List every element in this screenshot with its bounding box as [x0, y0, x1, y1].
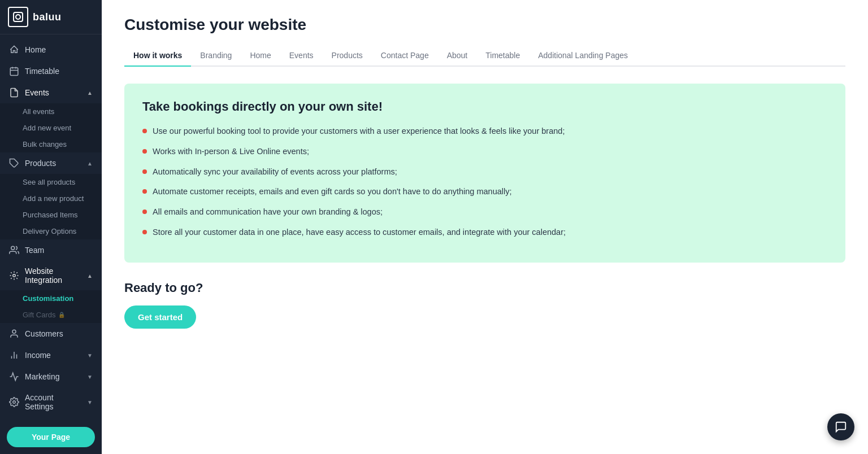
sidebar-item-add-new-product[interactable]: Add a new product: [0, 190, 102, 207]
tab-timetable[interactable]: Timetable: [476, 45, 529, 67]
website-integration-submenu: Customisation Gift Cards: [0, 290, 102, 323]
tab-branding[interactable]: Branding: [191, 45, 241, 67]
sidebar-item-marketing[interactable]: Marketing ▼: [0, 366, 102, 387]
tab-how-it-works[interactable]: How it works: [124, 45, 191, 67]
tab-about[interactable]: About: [438, 45, 477, 67]
your-page-button[interactable]: Your Page: [7, 427, 95, 447]
svg-point-5: [13, 274, 16, 277]
info-box-title: Take bookings directly on your own site!: [142, 99, 827, 114]
list-item: Automate customer receipts, emails and e…: [142, 186, 827, 198]
bullet-icon: [142, 209, 147, 214]
ready-title: Ready to go?: [124, 281, 845, 295]
bullet-icon: [142, 169, 147, 174]
document-icon: [9, 88, 19, 98]
sidebar-item-bulk-changes[interactable]: Bulk changes: [0, 136, 102, 152]
info-box: Take bookings directly on your own site!…: [124, 84, 845, 263]
chevron-down-icon: ▼: [87, 374, 93, 380]
sidebar-item-products[interactable]: Products ▲: [0, 152, 102, 174]
svg-point-6: [12, 330, 16, 333]
bullet-list: Use our powerful booking tool to provide…: [142, 125, 827, 239]
sidebar-nav: Home Timetable Events ▲ All events Add n…: [0, 34, 102, 421]
svg-point-4: [11, 246, 15, 250]
sidebar-label-products: Products: [25, 159, 56, 168]
content-area: Take bookings directly on your own site!…: [102, 67, 868, 346]
logo-area[interactable]: baluu: [0, 0, 102, 34]
sidebar-item-add-new-event[interactable]: Add new event: [0, 120, 102, 136]
chat-widget[interactable]: [827, 413, 854, 440]
list-item: Works with In-person & Live Online event…: [142, 146, 827, 158]
customers-icon: [9, 329, 19, 339]
sidebar: baluu Home Timetable Events ▲ All events…: [0, 0, 102, 454]
main-content: Customise your website How it works Bran…: [102, 0, 868, 454]
sidebar-label-marketing: Marketing: [25, 372, 59, 381]
svg-rect-0: [14, 12, 23, 21]
home-icon: [9, 45, 19, 55]
tab-home[interactable]: Home: [241, 45, 280, 67]
chevron-down-icon: ▲: [87, 160, 93, 167]
sidebar-label-timetable: Timetable: [25, 67, 59, 76]
svg-point-10: [13, 401, 16, 404]
bullet-icon: [142, 189, 147, 194]
tab-additional-landing-pages[interactable]: Additional Landing Pages: [529, 45, 637, 67]
chevron-down-icon: ▼: [87, 399, 93, 405]
list-item: Store all your customer data in one plac…: [142, 226, 827, 239]
get-started-button[interactable]: Get started: [124, 305, 196, 329]
bullet-icon: [142, 149, 147, 154]
tab-products[interactable]: Products: [323, 45, 372, 67]
sidebar-item-customers[interactable]: Customers: [0, 323, 102, 344]
sidebar-item-customisation[interactable]: Customisation: [0, 290, 102, 307]
team-icon: [9, 245, 19, 255]
sidebar-label-customers: Customers: [25, 329, 63, 338]
sidebar-item-gift-cards[interactable]: Gift Cards: [0, 307, 102, 323]
sidebar-label-events: Events: [25, 88, 49, 97]
svg-point-1: [16, 15, 20, 19]
chat-icon: [835, 421, 847, 433]
sidebar-item-website-integration[interactable]: Website Integration ▲: [0, 261, 102, 290]
sidebar-item-all-events[interactable]: All events: [0, 103, 102, 120]
chevron-down-icon: ▲: [87, 90, 93, 96]
sidebar-item-events[interactable]: Events ▲: [0, 82, 102, 103]
sidebar-label-team: Team: [25, 246, 44, 255]
tag-icon: [9, 158, 19, 168]
tabs-nav: How it works Branding Home Events Produc…: [124, 45, 845, 67]
brand-name: baluu: [33, 11, 62, 23]
settings-icon: [9, 397, 19, 407]
page-header: Customise your website How it works Bran…: [102, 0, 868, 67]
logo-icon: [8, 7, 28, 27]
events-submenu: All events Add new event Bulk changes: [0, 103, 102, 152]
marketing-icon: [9, 372, 19, 382]
sidebar-item-purchased-items[interactable]: Purchased Items: [0, 207, 102, 223]
list-item: Use our powerful booking tool to provide…: [142, 125, 827, 138]
sidebar-item-team[interactable]: Team: [0, 239, 102, 261]
list-item: All emails and communication have your o…: [142, 206, 827, 219]
bullet-icon: [142, 129, 147, 133]
products-submenu: See all products Add a new product Purch…: [0, 174, 102, 239]
sidebar-label-income: Income: [25, 351, 51, 360]
sidebar-item-income[interactable]: Income ▼: [0, 344, 102, 366]
tab-contact-page[interactable]: Contact Page: [372, 45, 438, 67]
sidebar-item-see-all-products[interactable]: See all products: [0, 174, 102, 190]
chevron-down-icon: ▲: [87, 273, 93, 279]
list-item: Automatically sync your availability of …: [142, 166, 827, 178]
sidebar-label-website-integration: Website Integration: [25, 267, 81, 285]
sidebar-label-home: Home: [25, 45, 46, 54]
income-icon: [9, 350, 19, 360]
integration-icon: [9, 270, 19, 281]
tab-events[interactable]: Events: [280, 45, 323, 67]
sidebar-item-delivery-options[interactable]: Delivery Options: [0, 223, 102, 239]
sidebar-label-account-settings: Account Settings: [25, 393, 81, 411]
svg-rect-2: [10, 68, 18, 76]
sidebar-item-account-settings[interactable]: Account Settings ▼: [0, 387, 102, 417]
page-title: Customise your website: [124, 16, 845, 34]
chevron-down-icon: ▼: [87, 352, 93, 359]
bullet-icon: [142, 230, 147, 234]
calendar-icon: [9, 66, 19, 76]
sidebar-item-home[interactable]: Home: [0, 39, 102, 60]
sidebar-item-timetable[interactable]: Timetable: [0, 60, 102, 82]
